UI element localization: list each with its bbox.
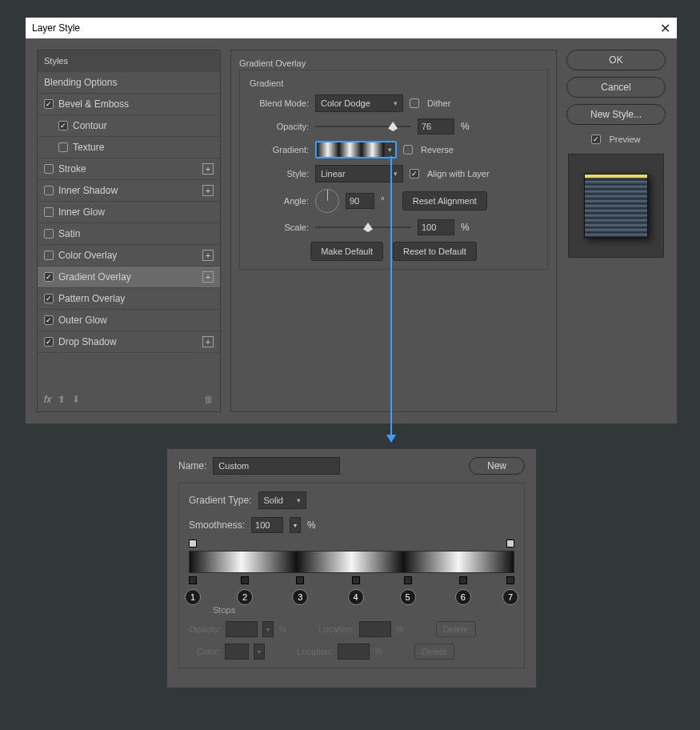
opacity-stop[interactable] <box>189 539 197 548</box>
color-stop[interactable] <box>459 576 467 584</box>
new-style-button[interactable]: New Style... <box>566 104 666 125</box>
sidebar-item-satin[interactable]: Satin <box>38 223 220 245</box>
scale-label: Scale: <box>250 223 309 232</box>
color-stop[interactable] <box>352 576 360 584</box>
stop-location-input[interactable] <box>338 644 370 660</box>
gradient-type-select[interactable]: Solid ▾ <box>258 491 306 509</box>
chevron-down-icon[interactable]: ▾ <box>290 517 301 533</box>
chevron-down-icon[interactable]: ▾ <box>262 621 274 637</box>
stop-badge: 6 <box>455 589 471 605</box>
chevron-down-icon[interactable]: ▾ <box>384 142 395 157</box>
color-stop[interactable] <box>506 576 514 584</box>
stop-opacity-input[interactable] <box>226 621 258 637</box>
chevron-down-icon[interactable]: ▾ <box>254 644 265 660</box>
new-gradient-button[interactable]: New <box>469 457 525 475</box>
checkbox-icon[interactable] <box>44 207 54 217</box>
color-stop[interactable] <box>241 576 249 584</box>
gradient-name-input[interactable]: Custom <box>213 457 340 475</box>
chevron-down-icon: ▾ <box>394 99 398 107</box>
stop-location-label: Location: <box>318 624 354 634</box>
sidebar-item-drop-shadow[interactable]: ✓Drop Shadow+ <box>38 331 220 353</box>
opacity-stop[interactable] <box>506 539 514 548</box>
make-default-button[interactable]: Make Default <box>310 242 383 261</box>
checkbox-icon[interactable]: ✓ <box>44 294 54 303</box>
sidebar-item-texture[interactable]: Texture <box>38 137 220 158</box>
sidebar-item-outer-glow[interactable]: ✓Outer Glow <box>38 310 220 331</box>
arrow-up-icon[interactable]: ⬆ <box>58 394 66 405</box>
checkbox-icon[interactable]: ✓ <box>44 315 54 325</box>
layer-style-dialog: Layer Style ✕ Styles Blending Options ✓B… <box>25 17 678 424</box>
angle-dial[interactable] <box>315 189 339 213</box>
stop-badge: 2 <box>237 589 253 605</box>
sidebar-item-blending-options[interactable]: Blending Options <box>38 72 220 94</box>
smoothness-input[interactable]: 100 <box>251 517 283 533</box>
align-checkbox[interactable]: ✓ <box>410 169 419 178</box>
gradient-bar[interactable]: 1 2 3 4 5 6 7 <box>189 551 514 573</box>
checkbox-icon[interactable] <box>44 251 54 260</box>
stop-badge: 7 <box>502 589 518 605</box>
gradient-type-label: Gradient Type: <box>189 495 252 506</box>
checkbox-icon[interactable] <box>44 164 54 174</box>
checkbox-icon[interactable]: ✓ <box>58 121 68 130</box>
plus-icon[interactable]: + <box>202 185 214 196</box>
plus-icon[interactable]: + <box>202 271 214 283</box>
checkbox-icon[interactable]: ✓ <box>44 99 54 109</box>
style-label: Style: <box>250 169 309 178</box>
scale-slider[interactable] <box>315 227 411 228</box>
sidebar-item-pattern-overlay[interactable]: ✓Pattern Overlay <box>38 288 220 310</box>
sub-group-title: Gradient <box>250 78 538 88</box>
reset-default-button[interactable]: Reset to Default <box>393 242 477 261</box>
chevron-down-icon: ▾ <box>394 170 398 178</box>
checkbox-icon[interactable]: ✓ <box>44 272 54 282</box>
preview-checkbox[interactable]: ✓ <box>591 134 601 144</box>
checkbox-icon[interactable] <box>44 229 54 239</box>
scale-input[interactable]: 100 <box>418 219 454 235</box>
color-stop[interactable] <box>296 576 304 584</box>
chevron-down-icon: ▾ <box>297 496 301 504</box>
plus-icon[interactable]: + <box>202 336 214 347</box>
arrow-down-icon[interactable]: ⬇ <box>72 394 80 405</box>
stop-color-swatch[interactable] <box>225 644 249 660</box>
sidebar-item-inner-shadow[interactable]: Inner Shadow+ <box>38 180 220 202</box>
fx-icon[interactable]: fx <box>44 394 51 405</box>
gradient-swatch[interactable]: ▾ <box>315 141 397 158</box>
plus-icon[interactable]: + <box>202 163 214 174</box>
color-stop[interactable] <box>404 576 412 584</box>
stop-location-input[interactable] <box>359 621 391 637</box>
stop-badge: 1 <box>185 589 201 605</box>
sidebar-item-stroke[interactable]: Stroke+ <box>38 158 220 180</box>
close-icon[interactable]: ✕ <box>660 21 670 36</box>
opacity-slider[interactable] <box>315 126 411 127</box>
checkbox-icon[interactable] <box>44 186 54 195</box>
stop-location-label: Location: <box>297 647 333 656</box>
sidebar-item-bevel-emboss[interactable]: ✓Bevel & Emboss <box>38 94 220 115</box>
opacity-input[interactable]: 76 <box>418 118 454 134</box>
blend-mode-select[interactable]: Color Dodge ▾ <box>315 94 403 112</box>
opacity-label: Opacity: <box>250 122 309 131</box>
annotation-arrow <box>390 156 392 442</box>
preview-thumbnail <box>568 154 664 258</box>
sidebar-item-color-overlay[interactable]: Color Overlay+ <box>38 245 220 267</box>
ok-button[interactable]: OK <box>566 50 666 70</box>
delete-stop-button[interactable]: Delete <box>436 621 476 637</box>
angle-input[interactable]: 90 <box>346 193 374 209</box>
plus-icon[interactable]: + <box>202 250 214 261</box>
cancel-button[interactable]: Cancel <box>566 77 666 98</box>
stop-color-label: Color: <box>197 647 220 656</box>
reset-alignment-button[interactable]: Reset Alignment <box>402 191 487 211</box>
trash-icon[interactable]: 🗑 <box>204 394 214 405</box>
reverse-checkbox[interactable] <box>403 145 413 154</box>
stop-badge: 3 <box>292 589 308 605</box>
delete-stop-button[interactable]: Delete <box>414 644 454 660</box>
sidebar-item-inner-glow[interactable]: Inner Glow <box>38 202 220 223</box>
color-stop[interactable] <box>189 576 197 584</box>
dither-checkbox[interactable] <box>410 98 419 108</box>
sidebar-item-contour[interactable]: ✓Contour <box>38 115 220 137</box>
checkbox-icon[interactable] <box>58 142 68 152</box>
gradient-label: Gradient: <box>250 145 309 154</box>
sidebar-item-gradient-overlay[interactable]: ✓Gradient Overlay+ <box>38 267 220 288</box>
stops-label: Stops <box>213 605 514 615</box>
checkbox-icon[interactable]: ✓ <box>44 337 54 347</box>
stop-opacity-label: Opacity: <box>189 624 221 634</box>
gradient-editor-panel: Name: Custom New Gradient Type: Solid ▾ … <box>166 448 537 688</box>
